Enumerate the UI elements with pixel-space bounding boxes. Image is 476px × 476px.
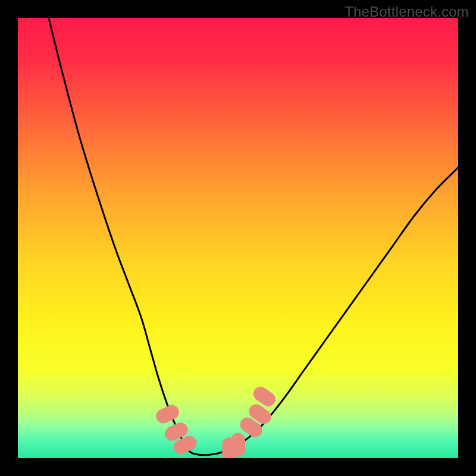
curve-layer (18, 18, 458, 458)
plot-area (18, 18, 458, 458)
bottleneck-curve (49, 18, 458, 455)
markers-group (154, 384, 278, 458)
marker-bottom-right-2 (231, 433, 245, 457)
chart-frame: TheBottleneck.com (0, 0, 476, 476)
